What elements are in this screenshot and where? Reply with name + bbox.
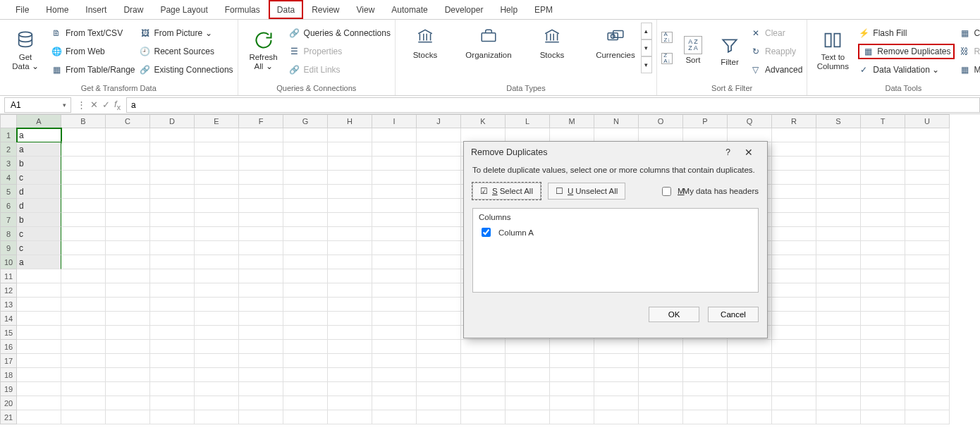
cell[interactable] <box>372 128 417 142</box>
row-header[interactable]: 6 <box>0 199 17 213</box>
cell[interactable] <box>61 199 106 213</box>
cell[interactable] <box>861 142 905 157</box>
cell[interactable] <box>861 312 905 326</box>
dialog-help-icon[interactable]: ? <box>718 145 737 160</box>
tab-epm[interactable]: EPM <box>526 0 561 19</box>
cell[interactable] <box>239 241 283 255</box>
cell[interactable] <box>61 269 106 283</box>
cell[interactable] <box>150 185 195 199</box>
cell[interactable] <box>594 396 639 410</box>
column-header[interactable]: T <box>861 114 905 128</box>
column-header[interactable]: A <box>17 114 61 128</box>
cell[interactable] <box>728 410 772 424</box>
row-header[interactable]: 9 <box>0 241 17 255</box>
cell[interactable] <box>150 326 195 340</box>
cell[interactable] <box>195 128 239 142</box>
row-header[interactable]: 5 <box>0 185 17 199</box>
cell[interactable] <box>372 213 417 227</box>
filter-button[interactable]: Filter <box>713 23 746 78</box>
cell[interactable] <box>17 283 61 298</box>
from-web[interactable]: 🌐From Web <box>51 44 135 59</box>
cell[interactable] <box>150 298 195 312</box>
cell[interactable] <box>150 199 195 213</box>
cell[interactable] <box>195 157 239 171</box>
cell[interactable] <box>328 368 372 382</box>
cell[interactable] <box>328 283 372 298</box>
cell[interactable] <box>283 255 328 269</box>
cell[interactable] <box>106 382 150 396</box>
cell[interactable] <box>461 382 506 396</box>
cell[interactable] <box>461 396 506 410</box>
cell[interactable] <box>17 382 61 396</box>
row-header[interactable]: 16 <box>0 340 17 354</box>
cell[interactable] <box>61 241 106 255</box>
cell[interactable] <box>283 128 328 142</box>
row-header[interactable]: 15 <box>0 326 17 340</box>
cell[interactable] <box>106 368 150 382</box>
cell[interactable]: b <box>17 157 61 171</box>
cell[interactable] <box>328 298 372 312</box>
cell[interactable] <box>550 340 594 354</box>
cell[interactable] <box>861 354 905 368</box>
cell[interactable] <box>150 128 195 142</box>
cell[interactable]: c <box>17 241 61 255</box>
cell[interactable] <box>328 171 372 185</box>
cell[interactable] <box>550 128 594 142</box>
cell[interactable] <box>106 396 150 410</box>
cell[interactable] <box>328 382 372 396</box>
cell[interactable] <box>861 382 905 396</box>
cancel-button[interactable]: Cancel <box>708 307 759 322</box>
cell[interactable] <box>550 396 594 410</box>
row-header[interactable]: 12 <box>0 283 17 298</box>
queries-connections[interactable]: 🔗Queries & Connections <box>289 25 391 41</box>
cell[interactable] <box>905 283 950 298</box>
cell[interactable] <box>816 171 861 185</box>
row-header[interactable]: 18 <box>0 368 17 382</box>
cell[interactable] <box>106 185 150 199</box>
cell[interactable] <box>639 128 683 142</box>
cell[interactable] <box>506 382 550 396</box>
cell[interactable] <box>283 199 328 213</box>
cell[interactable] <box>195 171 239 185</box>
cell[interactable] <box>372 255 417 269</box>
cell[interactable] <box>772 142 816 157</box>
cell[interactable] <box>106 410 150 424</box>
cell[interactable] <box>594 340 639 354</box>
cell[interactable] <box>106 269 150 283</box>
cell[interactable] <box>328 199 372 213</box>
flash-fill[interactable]: ⚡Flash Fill <box>858 25 955 41</box>
cell[interactable] <box>239 213 283 227</box>
cell[interactable] <box>772 340 816 354</box>
cell[interactable] <box>239 171 283 185</box>
cell[interactable] <box>816 185 861 199</box>
row-header[interactable]: 3 <box>0 157 17 171</box>
cell[interactable] <box>417 326 461 340</box>
cell[interactable] <box>861 326 905 340</box>
cell[interactable] <box>816 368 861 382</box>
cell[interactable] <box>861 340 905 354</box>
cell[interactable] <box>861 283 905 298</box>
cell[interactable] <box>905 340 950 354</box>
cell[interactable] <box>683 368 728 382</box>
ok-button[interactable]: OK <box>649 307 699 322</box>
cell[interactable] <box>639 410 683 424</box>
cell[interactable]: b <box>17 213 61 227</box>
row-header[interactable]: 21 <box>0 410 17 424</box>
cell[interactable] <box>328 269 372 283</box>
tab-view[interactable]: View <box>348 0 384 19</box>
cell[interactable] <box>195 382 239 396</box>
cell[interactable] <box>372 227 417 241</box>
cell[interactable] <box>239 185 283 199</box>
cell[interactable] <box>905 171 950 185</box>
cell[interactable] <box>639 340 683 354</box>
cell[interactable] <box>594 410 639 424</box>
cell[interactable] <box>239 312 283 326</box>
cell[interactable] <box>328 396 372 410</box>
data-validation[interactable]: ✓Data Validation ⌄ <box>858 62 955 78</box>
row-header[interactable]: 17 <box>0 354 17 368</box>
from-table-range[interactable]: ▦From Table/Range <box>51 62 135 78</box>
cell[interactable] <box>328 142 372 157</box>
column-header[interactable]: F <box>239 114 283 128</box>
cell[interactable] <box>417 185 461 199</box>
column-header[interactable]: D <box>150 114 195 128</box>
